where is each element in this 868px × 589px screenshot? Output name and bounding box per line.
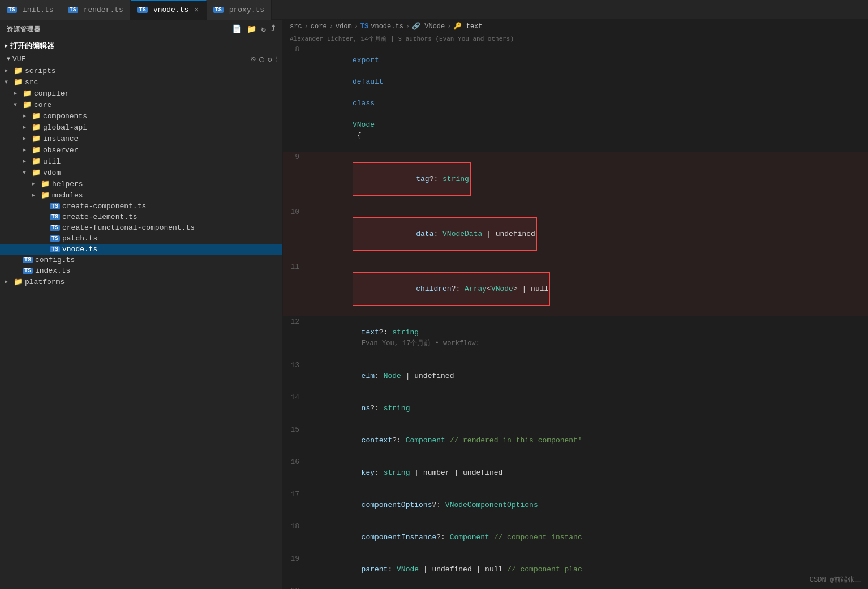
- tree-item-create-functional[interactable]: ► TS create-functional-component.ts: [0, 222, 282, 233]
- tree-item-compiler[interactable]: ► 📁 compiler: [0, 88, 282, 99]
- vdom-chevron: ▼: [23, 170, 32, 176]
- sep4: ›: [406, 23, 410, 31]
- helpers-chevron: ►: [32, 181, 41, 187]
- editor-area: src › core › vdom › TS vnode.ts › 🔗 VNod…: [283, 20, 868, 589]
- vue-label: VUE: [12, 55, 25, 63]
- prop-context: context: [353, 436, 392, 445]
- tree-item-platforms[interactable]: ► 📁 platforms: [0, 276, 282, 287]
- ts-icon-index: TS: [23, 268, 33, 274]
- prop-componentinstance: componentInstance: [353, 533, 436, 541]
- breadcrumb-ts-icon: TS: [360, 23, 368, 31]
- new-folder-icon[interactable]: 📁: [247, 24, 257, 34]
- new-file-icon-2[interactable]: ⎋: [251, 54, 256, 64]
- main-layout: 资源管理器 📄 📁 ↻ ⤴ ► 打开的编辑器 ▼ VUE ⎋ ◯ ↻ ⁝: [0, 20, 868, 589]
- line-content-12: text?: string Evan You, 17个月前 • workflow…: [308, 316, 868, 360]
- ts-icon-ce: TS: [50, 214, 60, 220]
- ts-icon-render: TS: [68, 7, 78, 13]
- breadcrumb-core[interactable]: core: [311, 23, 327, 31]
- components-label: components: [43, 112, 87, 121]
- type-component-15: Component: [406, 436, 445, 445]
- tree-item-config[interactable]: ► TS config.ts: [0, 255, 282, 265]
- type-string-12: string: [392, 328, 419, 337]
- core-label: core: [34, 101, 51, 109]
- tree-item-vnode[interactable]: ► TS vnode.ts: [0, 244, 282, 255]
- refresh-icon[interactable]: ↻: [261, 24, 267, 34]
- tab-vnode[interactable]: TS vnode.ts ×: [131, 0, 207, 20]
- tree-item-core[interactable]: ▼ 📁 core: [0, 99, 282, 110]
- tree-item-patch[interactable]: ► TS patch.ts: [0, 233, 282, 244]
- platforms-chevron: ►: [5, 279, 14, 285]
- sp3: [353, 110, 357, 118]
- tree-item-observer[interactable]: ► 📁 observer: [0, 144, 282, 156]
- tree-item-modules[interactable]: ► 📁 modules: [0, 190, 282, 201]
- vnode-file-label: vnode.ts: [62, 245, 97, 253]
- compiler-label: compiler: [34, 89, 69, 98]
- collapse-icon[interactable]: ⤴: [271, 24, 276, 34]
- tab-proxy[interactable]: TS proxy.ts: [207, 0, 272, 20]
- breadcrumb-vnode-ts[interactable]: vnode.ts: [371, 23, 403, 31]
- tree-item-global-api[interactable]: ► 📁 global-api: [0, 122, 282, 133]
- line-num-13: 13: [283, 360, 308, 371]
- ts-icon-init: TS: [7, 7, 17, 13]
- vdom-label: vdom: [43, 169, 61, 177]
- watermark: CSDN @前端张三: [810, 575, 861, 584]
- folder-icon-instance: 📁: [32, 134, 41, 143]
- tree-item-index[interactable]: ► TS index.ts: [0, 265, 282, 276]
- code-editor[interactable]: 8 export default class VNode { 9: [283, 44, 868, 589]
- comment-19: // component plac: [502, 565, 582, 574]
- scripts-label: scripts: [25, 67, 56, 75]
- breadcrumb-text[interactable]: 🔑 text: [453, 22, 482, 31]
- type-node: Node: [384, 372, 401, 380]
- global-api-chevron: ►: [23, 124, 32, 131]
- tree-item-create-element[interactable]: ► TS create-element.ts: [0, 212, 282, 222]
- tab-init[interactable]: TS init.ts: [0, 0, 61, 20]
- tab-proxy-label: proxy.ts: [229, 6, 264, 14]
- new-file-icon[interactable]: 📄: [232, 24, 242, 34]
- prop-key: key: [353, 468, 375, 477]
- collapse-all-icon[interactable]: ⁝: [276, 54, 278, 64]
- breadcrumb-vdom[interactable]: vdom: [336, 23, 352, 31]
- tab-init-label: init.ts: [23, 6, 54, 14]
- tree-item-instance[interactable]: ► 📁 instance: [0, 133, 282, 144]
- tree-item-vdom[interactable]: ▼ 📁 vdom: [0, 167, 282, 178]
- prop-data: data: [407, 230, 434, 238]
- tree-item-scripts[interactable]: ► 📁 scripts: [0, 65, 282, 76]
- tab-vnode-close[interactable]: ×: [194, 6, 199, 15]
- line-num-14: 14: [283, 392, 308, 403]
- line-content-19: parent: VNode | undefined | null // comp…: [308, 553, 868, 586]
- core-chevron: ▼: [14, 102, 23, 108]
- modules-chevron: ►: [32, 192, 41, 199]
- instance-label: instance: [43, 135, 78, 143]
- breadcrumb-src[interactable]: src: [290, 23, 302, 31]
- new-folder-icon-2[interactable]: ◯: [259, 54, 264, 64]
- section-header-icons: ⎋ ◯ ↻ ⁝: [251, 54, 278, 64]
- kw-default: default: [353, 78, 384, 86]
- tree-item-src[interactable]: ▼ 📁 src: [0, 76, 282, 88]
- breadcrumb-vnode-class[interactable]: 🔗 VNode: [412, 22, 445, 31]
- type-component-18: Component: [450, 533, 489, 541]
- tree-item-components[interactable]: ► 📁 components: [0, 110, 282, 122]
- code-line-13: 13 elm: Node | undefined: [283, 360, 868, 392]
- folder-icon-vdom: 📁: [32, 168, 41, 177]
- code-line-16: 16 key: string | number | undefined: [283, 457, 868, 489]
- kw-export: export: [353, 56, 379, 65]
- kw-class: class: [353, 99, 375, 108]
- line-num-11: 11: [283, 261, 308, 272]
- tree-item-create-component[interactable]: ► TS create-component.ts: [0, 201, 282, 212]
- prop-children: children: [407, 285, 452, 293]
- line-num-8: 8: [283, 44, 308, 55]
- tree-item-helpers[interactable]: ► 📁 helpers: [0, 178, 282, 190]
- open-editors-section[interactable]: ► 打开的编辑器: [0, 38, 282, 53]
- sidebar: 资源管理器 📄 📁 ↻ ⤴ ► 打开的编辑器 ▼ VUE ⎋ ◯ ↻ ⁝: [0, 20, 283, 589]
- code-line-11: 11 children?: Array<VNode> | null: [283, 261, 868, 316]
- observer-chevron: ►: [23, 147, 32, 153]
- folder-icon-modules: 📁: [41, 191, 50, 200]
- tree-item-util[interactable]: ► 📁 util: [0, 156, 282, 167]
- tab-render[interactable]: TS render.ts: [61, 0, 131, 20]
- line-num-17: 17: [283, 489, 308, 500]
- refresh-icon-2[interactable]: ↻: [268, 54, 272, 64]
- folder-icon-observer: 📁: [32, 145, 41, 154]
- line-num-20: 20: [283, 586, 308, 589]
- vue-section-header[interactable]: ▼ VUE ⎋ ◯ ↻ ⁝: [0, 53, 282, 65]
- folder-icon-scripts: 📁: [14, 66, 23, 75]
